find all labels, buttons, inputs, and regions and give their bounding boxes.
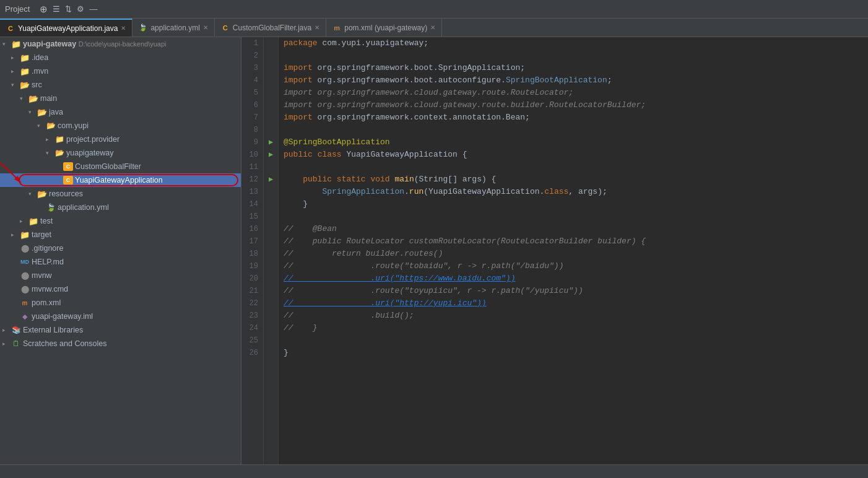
tree-item-com-yupi[interactable]: ▾📂com.yupi [0,119,241,133]
tree-item-pom-xml[interactable]: mpom.xml [0,296,241,310]
tree-arrow-root: ▾ [2,41,11,47]
gutter-cell-6 [264,99,278,111]
tree-item-gitignore[interactable]: ⬤.gitignore [0,241,241,255]
gutter-cell-9[interactable]: ▶ [264,136,278,149]
tab-java-icon: C [6,24,15,33]
tree-item-main[interactable]: ▾📂main [0,92,241,105]
tree-item-project-provider[interactable]: ▸📁project.provider [0,133,241,146]
toolbar-icon-minimize[interactable]: — [89,4,97,14]
gutter-cell-22 [264,297,278,310]
tab-close-icon[interactable]: ✕ [203,24,208,31]
code-line-13: SpringApplication.run(YuapiGatewayApplic… [284,186,863,198]
gutter-cell-25 [264,334,278,347]
tree-item-resources[interactable]: ▾📂resources [0,187,241,201]
tree-item-scratches[interactable]: ▸🗒Scratches and Consoles [0,337,241,350]
code-editor[interactable]: 1234567891011121314151617181920212223242… [241,37,868,464]
line-number-16: 16 [246,223,258,235]
tree-file-icon-main: 📂 [28,94,38,103]
tab-application-yml[interactable]: 🍃 application.yml ✕ [132,19,214,37]
run-icon-line-12[interactable]: ▶ [265,173,277,186]
line-number-3: 3 [246,62,258,74]
tree-arrow-idea: ▸ [11,54,20,61]
code-area: 1234567891011121314151617181920212223242… [241,37,868,464]
tree-item-CustomGlobalFilter[interactable]: CCustomGlobalFilter [0,160,241,173]
code-line-7: import org.springframework.context.annot… [284,111,863,124]
line-number-18: 18 [246,248,258,260]
code-content[interactable]: package com.yupi.yuapigateway; import or… [279,37,868,464]
tree-file-icon-scratches: 🗒 [11,339,21,348]
tab-close-icon[interactable]: ✕ [315,24,319,31]
tree-item-root[interactable]: ▾📁yuapi-gateway D:\code\yuapi-backend\yu… [0,37,241,51]
tree-label-src: src [32,80,42,89]
code-line-23: // .build(); [284,310,863,322]
tree-item-src[interactable]: ▾📂src [0,78,241,92]
gutter-cell-23 [264,310,278,322]
tree-item-external-libs[interactable]: ▸📚External Libraries [0,323,241,337]
tree-item-idea[interactable]: ▸📁.idea [0,51,241,64]
toolbar: Project ⊕ ☰ ⇅ ⚙ — [0,0,868,19]
toolbar-icon-settings[interactable]: ⚙ [77,4,84,14]
toolbar-icon-list[interactable]: ☰ [53,4,60,14]
tree-label-main: main [40,94,57,103]
tab-close-icon[interactable]: ✕ [430,24,435,31]
tab-close-icon[interactable]: ✕ [121,25,126,32]
tree-file-icon-YuapiGatewayApplication: C [63,176,73,185]
toolbar-icon-sort[interactable]: ⇅ [65,4,72,14]
gutter-cell-13 [264,186,278,198]
gutter-cell-12[interactable]: ▶ [264,173,278,186]
gutter-cell-5 [264,87,278,99]
tree-item-mvnw-cmd[interactable]: ⬤mvnw.cmd [0,282,241,296]
tree-item-mvn[interactable]: ▸📁.mvn [0,64,241,78]
tree-item-target[interactable]: ▸📁target [0,228,241,241]
tree-item-mvnw[interactable]: ⬤mvnw [0,269,241,282]
tree-file-icon-mvnw: ⬤ [20,271,30,280]
tree-file-icon-mvn: 📁 [20,67,30,76]
line-number-10: 10 [246,149,258,161]
tab-java-icon: C [221,24,230,32]
tree-item-YuapiGatewayApplication[interactable]: CYuapiGatewayApplication [0,173,241,187]
tree-file-icon-root: 📁 [11,40,21,48]
gutter-cell-3 [264,62,278,74]
tree-file-icon-resources: 📂 [37,189,47,198]
tree-item-HELP-md[interactable]: MDHELP.md [0,255,241,269]
gutter-cell-26 [264,347,278,359]
main-content: ▾📁yuapi-gateway D:\code\yuapi-backend\yu… [0,37,868,464]
tab-xml-icon: m [332,24,341,32]
gutter-cell-10[interactable]: ▶ [264,149,278,161]
tree-item-test[interactable]: ▸📁test [0,214,241,228]
line-number-17: 17 [246,235,258,248]
tab-custom-global-filter[interactable]: C CustomGlobalFilter.java ✕ [215,19,326,37]
line-numbers: 1234567891011121314151617181920212223242… [241,37,264,464]
line-number-12: 12 [246,173,258,186]
tree-item-application-yml[interactable]: 🍃application.yml [0,201,241,214]
tree-item-java[interactable]: ▾📂java [0,105,241,119]
line-number-23: 23 [246,310,258,322]
run-icon-line-9[interactable]: ▶ [265,136,277,149]
tree-file-icon-project-provider: 📁 [54,135,64,144]
line-number-5: 5 [246,87,258,99]
tree-file-icon-mvnw-cmd: ⬤ [20,285,30,293]
tree-file-icon-yuapi-iml: ◆ [20,312,30,321]
tree-file-icon-external-libs: 📚 [11,326,21,334]
tree-arrow-scratches: ▸ [2,341,11,347]
gutter-cell-1 [264,37,278,50]
run-icon-line-10[interactable]: ▶ [265,149,277,161]
toolbar-icon-globe[interactable]: ⊕ [40,4,48,15]
line-number-26: 26 [246,347,258,359]
tree-file-icon-HELP-md: MD [20,258,30,266]
tree-item-yuapigateway[interactable]: ▾📂yuapigateway [0,146,241,160]
line-number-20: 20 [246,272,258,285]
tree-label-mvn: .mvn [32,67,48,76]
gutter-cell-17 [264,235,278,248]
tab-pom-xml[interactable]: m pom.xml (yuapi-gateway) ✕ [326,19,442,37]
tree-item-yuapi-iml[interactable]: ◆yuapi-gateway.iml [0,310,241,323]
tree-label-scratches: Scratches and Consoles [23,339,107,348]
line-number-9: 9 [246,136,258,149]
gutter-cell-15 [264,211,278,223]
code-line-1: package com.yupi.yuapigateway; [284,37,863,50]
line-number-7: 7 [246,111,258,124]
tree-label-root: yuapi-gateway D:\code\yuapi-backend\yuap… [23,40,167,48]
code-line-17: // public RouteLocator customRouteLocato… [284,235,863,248]
tab-yuapi-gateway-app[interactable]: C YuapiGatewayApplication.java ✕ [0,19,132,37]
code-line-15 [284,211,863,223]
